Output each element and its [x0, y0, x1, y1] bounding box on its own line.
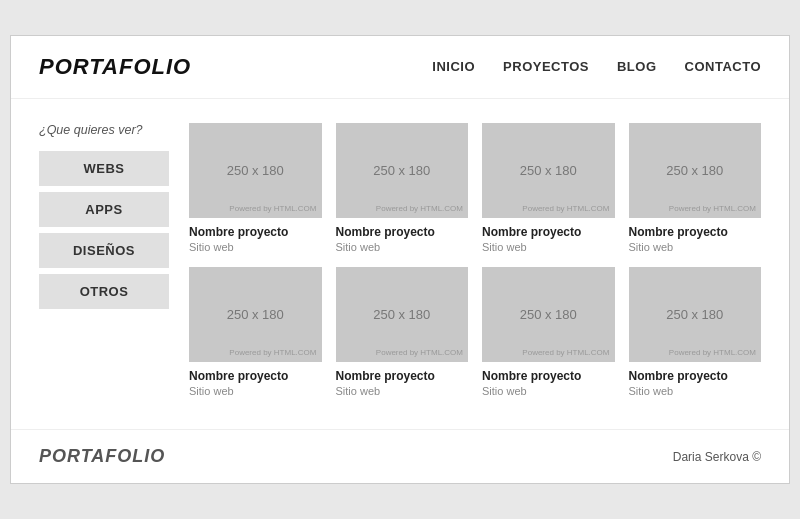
- project-card: 250 x 180Powered by HTML.COMNombre proye…: [482, 267, 615, 397]
- thumbnail-powered: Powered by HTML.COM: [229, 348, 316, 357]
- thumbnail-size: 250 x 180: [373, 307, 430, 322]
- nav-item[interactable]: CONTACTO: [685, 59, 761, 74]
- project-card: 250 x 180Powered by HTML.COMNombre proye…: [482, 123, 615, 253]
- project-name: Nombre proyecto: [189, 224, 322, 241]
- thumbnail-powered: Powered by HTML.COM: [376, 204, 463, 213]
- project-thumbnail[interactable]: 250 x 180Powered by HTML.COM: [482, 123, 615, 218]
- project-thumbnail[interactable]: 250 x 180Powered by HTML.COM: [629, 123, 762, 218]
- thumbnail-size: 250 x 180: [227, 307, 284, 322]
- main-content: ¿Que quieres ver? WEBSAPPSDISEÑOSOTROS 2…: [11, 99, 789, 425]
- sidebar-btn-webs[interactable]: WEBS: [39, 151, 169, 186]
- thumbnail-size: 250 x 180: [227, 163, 284, 178]
- project-name: Nombre proyecto: [482, 224, 615, 241]
- thumbnail-powered: Powered by HTML.COM: [376, 348, 463, 357]
- footer: PORTAFOLIO Daria Serkova ©: [11, 429, 789, 483]
- grid-area: 250 x 180Powered by HTML.COMNombre proye…: [189, 123, 761, 397]
- projects-grid: 250 x 180Powered by HTML.COMNombre proye…: [189, 123, 761, 397]
- project-sub: Sitio web: [629, 241, 762, 253]
- nav-item[interactable]: PROYECTOS: [503, 59, 589, 74]
- project-thumbnail[interactable]: 250 x 180Powered by HTML.COM: [482, 267, 615, 362]
- project-thumbnail[interactable]: 250 x 180Powered by HTML.COM: [336, 123, 469, 218]
- project-card: 250 x 180Powered by HTML.COMNombre proye…: [629, 267, 762, 397]
- nav-item[interactable]: INICIO: [432, 59, 475, 74]
- project-thumbnail[interactable]: 250 x 180Powered by HTML.COM: [189, 267, 322, 362]
- project-sub: Sitio web: [336, 385, 469, 397]
- project-sub: Sitio web: [189, 385, 322, 397]
- thumbnail-powered: Powered by HTML.COM: [669, 204, 756, 213]
- project-name: Nombre proyecto: [629, 368, 762, 385]
- project-card: 250 x 180Powered by HTML.COMNombre proye…: [336, 267, 469, 397]
- sidebar-btn-apps[interactable]: APPS: [39, 192, 169, 227]
- page-wrapper: PORTAFOLIO INICIOPROYECTOSBLOGCONTACTO ¿…: [10, 35, 790, 484]
- project-card: 250 x 180Powered by HTML.COMNombre proye…: [189, 267, 322, 397]
- sidebar-btn-diseños[interactable]: DISEÑOS: [39, 233, 169, 268]
- project-thumbnail[interactable]: 250 x 180Powered by HTML.COM: [336, 267, 469, 362]
- footer-credit: Daria Serkova ©: [673, 450, 761, 464]
- project-sub: Sitio web: [482, 385, 615, 397]
- thumbnail-size: 250 x 180: [520, 307, 577, 322]
- project-name: Nombre proyecto: [482, 368, 615, 385]
- thumbnail-powered: Powered by HTML.COM: [522, 348, 609, 357]
- project-name: Nombre proyecto: [629, 224, 762, 241]
- sidebar-question: ¿Que quieres ver?: [39, 123, 169, 137]
- thumbnail-powered: Powered by HTML.COM: [229, 204, 316, 213]
- main-nav: INICIOPROYECTOSBLOGCONTACTO: [432, 59, 761, 74]
- header-logo: PORTAFOLIO: [39, 54, 191, 80]
- project-sub: Sitio web: [629, 385, 762, 397]
- thumbnail-powered: Powered by HTML.COM: [669, 348, 756, 357]
- project-card: 250 x 180Powered by HTML.COMNombre proye…: [189, 123, 322, 253]
- project-name: Nombre proyecto: [336, 368, 469, 385]
- thumbnail-size: 250 x 180: [666, 307, 723, 322]
- project-name: Nombre proyecto: [336, 224, 469, 241]
- project-name: Nombre proyecto: [189, 368, 322, 385]
- project-thumbnail[interactable]: 250 x 180Powered by HTML.COM: [629, 267, 762, 362]
- thumbnail-powered: Powered by HTML.COM: [522, 204, 609, 213]
- project-card: 250 x 180Powered by HTML.COMNombre proye…: [629, 123, 762, 253]
- sidebar: ¿Que quieres ver? WEBSAPPSDISEÑOSOTROS: [39, 123, 169, 397]
- nav-item[interactable]: BLOG: [617, 59, 657, 74]
- project-sub: Sitio web: [336, 241, 469, 253]
- project-sub: Sitio web: [189, 241, 322, 253]
- thumbnail-size: 250 x 180: [520, 163, 577, 178]
- project-card: 250 x 180Powered by HTML.COMNombre proye…: [336, 123, 469, 253]
- thumbnail-size: 250 x 180: [373, 163, 430, 178]
- header: PORTAFOLIO INICIOPROYECTOSBLOGCONTACTO: [11, 36, 789, 99]
- project-sub: Sitio web: [482, 241, 615, 253]
- thumbnail-size: 250 x 180: [666, 163, 723, 178]
- footer-logo: PORTAFOLIO: [39, 446, 165, 467]
- sidebar-btn-otros[interactable]: OTROS: [39, 274, 169, 309]
- project-thumbnail[interactable]: 250 x 180Powered by HTML.COM: [189, 123, 322, 218]
